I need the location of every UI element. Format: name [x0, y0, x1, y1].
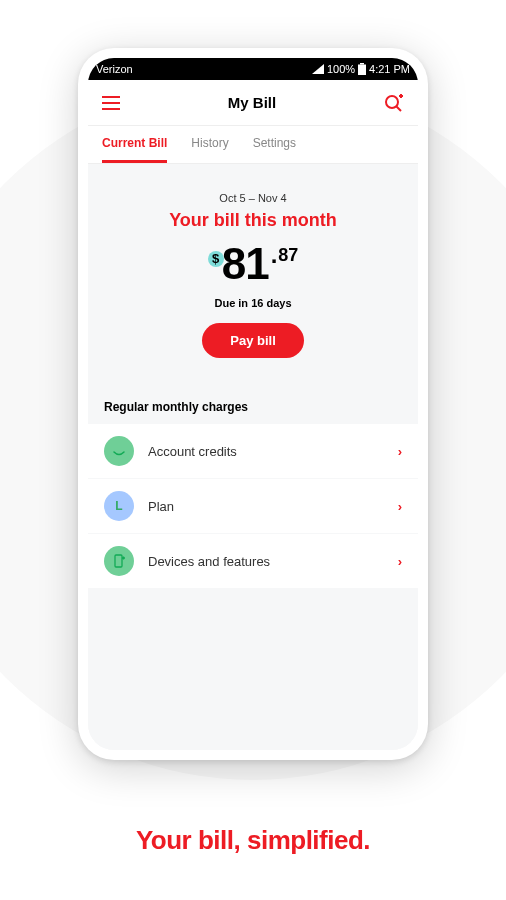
list-item-label: Plan	[148, 499, 398, 514]
bill-amount: $81.87	[208, 239, 299, 289]
amount-dot: .	[271, 241, 278, 268]
carrier-label: Verizon	[96, 63, 133, 75]
chevron-right-icon: ›	[398, 499, 402, 514]
charges-item-devices[interactable]: Devices and features ›	[88, 534, 418, 589]
charges-item-plan[interactable]: L Plan ›	[88, 479, 418, 534]
battery-icon	[358, 63, 366, 75]
device-icon	[104, 546, 134, 576]
phone-frame: Verizon 100% 4:21 PM My Bill Current Bil…	[78, 48, 428, 760]
tagline: Your bill, simplified.	[0, 825, 506, 856]
due-label: Due in 16 days	[104, 297, 402, 309]
app-header: My Bill	[88, 80, 418, 126]
chevron-right-icon: ›	[398, 554, 402, 569]
bill-summary: Oct 5 – Nov 4 Your bill this month $81.8…	[88, 164, 418, 378]
screen: Verizon 100% 4:21 PM My Bill Current Bil…	[88, 58, 418, 750]
list-item-label: Devices and features	[148, 554, 398, 569]
date-range: Oct 5 – Nov 4	[104, 192, 402, 204]
svg-rect-1	[358, 65, 366, 76]
search-add-icon[interactable]	[384, 93, 404, 113]
amount-cents: 87	[278, 245, 298, 265]
svg-line-3	[397, 106, 402, 111]
status-right: 100% 4:21 PM	[312, 63, 410, 75]
charges-item-account-credits[interactable]: Account credits ›	[88, 424, 418, 479]
tab-current-bill[interactable]: Current Bill	[102, 126, 167, 163]
list-item-label: Account credits	[148, 444, 398, 459]
content: Oct 5 – Nov 4 Your bill this month $81.8…	[88, 164, 418, 750]
currency-symbol: $	[208, 251, 224, 267]
tabs: Current Bill History Settings	[88, 126, 418, 164]
plan-icon: L	[104, 491, 134, 521]
svg-rect-0	[360, 63, 364, 65]
menu-icon[interactable]	[102, 96, 120, 110]
page-title: My Bill	[228, 94, 276, 111]
svg-rect-6	[115, 555, 122, 567]
smile-icon	[104, 436, 134, 466]
tab-history[interactable]: History	[191, 126, 228, 163]
status-bar: Verizon 100% 4:21 PM	[88, 58, 418, 80]
clock: 4:21 PM	[369, 63, 410, 75]
amount-whole: 81	[222, 239, 269, 288]
tab-settings[interactable]: Settings	[253, 126, 296, 163]
bill-title: Your bill this month	[104, 210, 402, 231]
pay-bill-button[interactable]: Pay bill	[202, 323, 304, 358]
svg-point-2	[386, 96, 398, 108]
signal-icon	[312, 64, 324, 74]
battery-pct: 100%	[327, 63, 355, 75]
section-title: Regular monthly charges	[88, 378, 418, 424]
chevron-right-icon: ›	[398, 444, 402, 459]
